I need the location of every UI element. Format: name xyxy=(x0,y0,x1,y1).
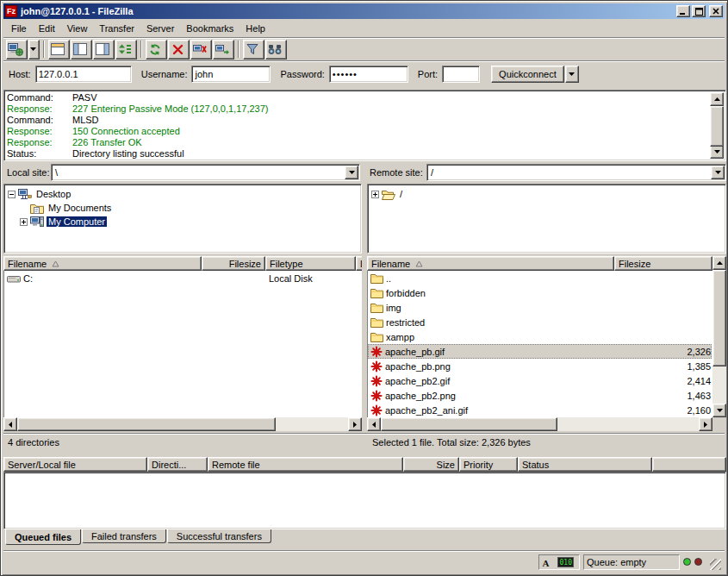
quickconnect-button[interactable]: Quickconnect xyxy=(491,66,564,83)
file-row-parent-dir[interactable]: .. xyxy=(368,271,712,285)
menu-bookmarks[interactable]: Bookmarks xyxy=(180,21,240,36)
refresh-button[interactable] xyxy=(146,40,167,59)
username-input[interactable] xyxy=(191,66,271,83)
column-header-server-local-file[interactable]: Server/Local file xyxy=(3,457,147,472)
scroll-right-button[interactable] xyxy=(699,417,712,431)
scroll-thumb[interactable] xyxy=(710,106,724,147)
scroll-thumb[interactable] xyxy=(381,417,557,431)
site-manager-icon xyxy=(8,42,23,56)
scroll-up-button[interactable] xyxy=(712,256,726,270)
file-row-restricted[interactable]: restricted xyxy=(368,315,712,329)
remote-list-horizontal-scrollbar[interactable] xyxy=(367,417,712,431)
password-input[interactable] xyxy=(329,66,408,83)
file-row-apache-pb2-ani-gif[interactable]: apache_pb2_ani.gif2,160 xyxy=(368,403,712,417)
scroll-right-button[interactable] xyxy=(348,417,362,431)
file-cell: C: xyxy=(4,271,202,285)
column-header-status[interactable]: Status xyxy=(518,457,652,472)
log-scrollbar[interactable] xyxy=(710,92,724,159)
menu-bar: FileEditViewTransferServerBookmarksHelp xyxy=(3,19,725,37)
queue-splitter[interactable] xyxy=(3,448,726,457)
transfer-queue-list[interactable] xyxy=(3,472,726,529)
site-manager-dropdown-button[interactable] xyxy=(28,40,40,59)
maximize-button[interactable] xyxy=(692,5,706,17)
menu-file[interactable]: File xyxy=(5,21,33,36)
column-header-filename[interactable]: Filename xyxy=(3,256,202,271)
log-prefix: Status: xyxy=(7,148,72,159)
column-header-filesize[interactable]: Filesize xyxy=(614,256,712,271)
remote-site-dropdown-icon[interactable] xyxy=(711,166,725,179)
stop-button[interactable] xyxy=(168,40,190,59)
remote-site-combo[interactable]: / xyxy=(426,164,726,181)
scroll-down-button[interactable] xyxy=(712,404,726,417)
file-row-apache-pb-png[interactable]: apache_pb.png1,385 xyxy=(368,359,712,373)
toggle-queue-button[interactable] xyxy=(115,40,137,59)
menu-edit[interactable]: Edit xyxy=(33,21,61,36)
column-header-l[interactable]: L xyxy=(356,256,362,271)
disconnect-icon xyxy=(193,43,207,55)
reconnect-button[interactable] xyxy=(213,40,234,59)
column-header-filesize[interactable]: Filesize xyxy=(202,256,265,271)
host-input[interactable] xyxy=(35,66,132,83)
file-row-forbidden[interactable]: forbidden xyxy=(368,285,712,300)
tab-successful-transfers[interactable]: Successful transfers xyxy=(167,529,271,543)
file-row-c[interactable]: C:Local Disk xyxy=(4,271,361,285)
column-header-filetype[interactable]: Filetype xyxy=(265,256,356,271)
minimize-button[interactable] xyxy=(676,5,690,17)
tree-item-my-documents[interactable]: My Documents xyxy=(4,201,361,215)
scroll-thumb[interactable] xyxy=(712,270,726,366)
toggle-log-button[interactable] xyxy=(48,40,70,59)
menu-view[interactable]: View xyxy=(61,21,94,36)
file-row-apache-pb2-png[interactable]: apache_pb2.png1,463 xyxy=(368,388,712,403)
cell-text: apache_pb.png xyxy=(385,361,451,372)
resize-grip[interactable] xyxy=(710,559,721,570)
close-button[interactable] xyxy=(709,5,723,17)
log-text: PASV xyxy=(72,92,97,103)
site-manager-button[interactable] xyxy=(6,40,28,59)
menu-server[interactable]: Server xyxy=(140,21,180,36)
file-row-apache-pb2-gif[interactable]: apache_pb2.gif2,414 xyxy=(368,373,712,388)
menu-transfer[interactable]: Transfer xyxy=(93,21,140,36)
tab-failed-transfers[interactable]: Failed transfers xyxy=(82,529,166,543)
file-row-apache-pb-gif[interactable]: apache_pb.gif2,326 xyxy=(368,344,712,359)
find-button[interactable] xyxy=(265,40,287,59)
remote-list-vertical-scrollbar[interactable] xyxy=(712,256,726,417)
file-cell: forbidden xyxy=(368,285,615,300)
scroll-down-button[interactable] xyxy=(710,145,724,159)
file-row-xampp[interactable]: xampp xyxy=(368,329,712,344)
column-header-directi[interactable]: Directi... xyxy=(147,457,208,472)
port-input[interactable] xyxy=(442,66,480,83)
toggle-local-tree-button[interactable] xyxy=(71,40,92,59)
file-cell: apache_pb2_ani.gif xyxy=(368,403,615,417)
column-header-filename[interactable]: Filename xyxy=(367,256,614,271)
tree-expander-plus-icon[interactable] xyxy=(371,191,379,198)
cell-text: forbidden xyxy=(386,288,426,298)
scroll-left-button[interactable] xyxy=(367,417,381,431)
username-label: Username: xyxy=(141,69,188,79)
titlebar[interactable]: Fz john@127.0.0.1 - FileZilla xyxy=(3,3,725,19)
quickconnect-dropdown-button[interactable] xyxy=(565,66,579,83)
send-led xyxy=(694,558,702,566)
tree-item-my-computer[interactable]: My Computer xyxy=(4,215,361,229)
dropdown-arrow-icon xyxy=(30,47,36,51)
local-list-horizontal-scrollbar[interactable] xyxy=(3,417,362,431)
tree-expander-plus-icon[interactable] xyxy=(20,218,28,226)
column-header-size[interactable]: Size xyxy=(403,457,459,472)
menu-help[interactable]: Help xyxy=(240,21,271,36)
pane-splitter[interactable] xyxy=(362,164,367,433)
disconnect-button[interactable] xyxy=(190,40,212,59)
tab-queued-files[interactable]: Queued files xyxy=(5,529,81,545)
toggle-remote-tree-button[interactable] xyxy=(93,40,115,59)
local-site-combo[interactable]: \ xyxy=(51,164,360,181)
tree-expander-minus-icon[interactable] xyxy=(8,191,16,198)
tree-item-parent-dir[interactable]: / xyxy=(368,187,725,201)
filter-button[interactable] xyxy=(243,40,264,59)
scroll-left-button[interactable] xyxy=(3,417,17,431)
scroll-thumb[interactable] xyxy=(17,417,276,431)
local-site-dropdown-icon[interactable] xyxy=(345,166,358,179)
column-header-priority[interactable]: Priority xyxy=(459,457,518,472)
file-row-img[interactable]: img xyxy=(368,300,712,315)
scroll-up-button[interactable] xyxy=(710,92,724,106)
tree-item-desktop[interactable]: Desktop xyxy=(4,187,361,201)
column-header-remote-file[interactable]: Remote file xyxy=(208,457,403,472)
pane-status-row: 4 directories Selected 1 file. Total siz… xyxy=(3,433,725,448)
